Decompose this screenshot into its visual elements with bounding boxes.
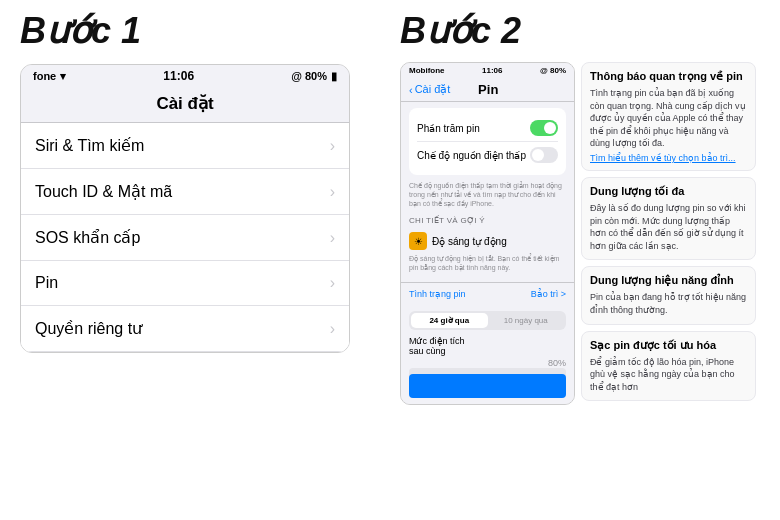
right-panels: Mobifone 11:06 @ 80% ‹ Cài đặt Pin Phần … (400, 62, 770, 405)
pin-row-lowpower: Chế độ nguồn điện thấp (417, 142, 558, 168)
info-title-4: Sạc pin được tối ưu hóa (590, 339, 747, 352)
status-bar-left: fone ▾ 11:06 @ 80% ▮ (21, 65, 349, 87)
brightness-icon: ☀ (409, 232, 427, 250)
left-section: Bước 1 fone ▾ 11:06 @ 80% ▮ Cài đặt Siri… (0, 0, 390, 520)
pin-sub-text: Chế độ nguồn điện thấp tạm thời giảm hoạ… (409, 181, 566, 208)
bottom-right-label[interactable]: Bảo trì > (531, 289, 566, 299)
graph-label-text2: sau cùng (409, 346, 446, 356)
carrier-text: fone (33, 70, 56, 82)
step2-title: Bước 2 (400, 10, 770, 52)
graph-bar (409, 368, 566, 398)
settings-list: Siri & Tìm kiếm › Touch ID & Mật mã › SO… (21, 123, 349, 352)
time-right: 11:06 (482, 66, 502, 75)
settings-item-pin[interactable]: Pin › (21, 261, 349, 306)
settings-item-sos[interactable]: SOS khẩn cấp › (21, 215, 349, 261)
settings-item-siri[interactable]: Siri & Tìm kiếm › (21, 123, 349, 169)
info-title-1: Thông báo quan trọng về pin (590, 70, 747, 83)
nav-bar-right: ‹ Cài đặt Pin (401, 78, 574, 102)
brightness-row: ☀ Độ sáng tự động (409, 228, 566, 254)
chevron-icon-sos: › (330, 229, 335, 247)
info-title-3: Dung lượng hiệu năng đỉnh (590, 274, 747, 287)
info-text-4: Để giảm tốc độ lão hóa pin, iPhone ghù v… (590, 356, 747, 394)
graph-tab-24h[interactable]: 24 giờ qua (411, 313, 488, 328)
nav-back-right[interactable]: ‹ Cài đặt (409, 83, 450, 96)
info-text-3: Pin của bạn đang hỗ trợ tốt hiệu năng đỉ… (590, 291, 747, 316)
wifi-icon: ▾ (60, 70, 66, 83)
pin-row-percent: Phần trăm pin (417, 115, 558, 142)
nav-back-label: Cài đặt (415, 83, 451, 96)
graph-tabs: 24 giờ qua 10 ngày qua (409, 311, 566, 330)
info-title-2: Dung lượng tối đa (590, 185, 747, 198)
nav-title-right: Pin (478, 82, 498, 97)
pin-percent-label: Phần trăm pin (417, 123, 480, 134)
info-text-2: Đây là số đo dung lượng pin so với khi p… (590, 202, 747, 252)
brightness-sub: Độ sáng tự động hiện bị tắt. Bạn có thể … (409, 254, 566, 272)
carrier-left: fone ▾ (33, 70, 66, 83)
graph-value: 80% (548, 358, 566, 368)
chevron-icon-touchid: › (330, 183, 335, 201)
right-section: Bước 2 Mobifone 11:06 @ 80% ‹ Cài đặt Pi… (390, 0, 780, 520)
chevron-icon-siri: › (330, 137, 335, 155)
settings-label-touchid: Touch ID & Mật mã (35, 182, 172, 201)
carrier-right: Mobifone (409, 66, 445, 75)
graph-label: Mức điện tích sau cùng (409, 336, 566, 356)
settings-title: Cài đặt (156, 94, 213, 113)
info-block-4: Sạc pin được tối ưu hóa Để giảm tốc độ l… (581, 331, 756, 402)
back-chevron-icon: ‹ (409, 84, 413, 96)
battery-text: @ 80% (291, 70, 327, 82)
info-text-1: Tình trạng pin của bạn đã bị xuống còn q… (590, 87, 747, 150)
toggle-lowpower[interactable] (530, 147, 558, 163)
info-block-2: Dung lượng tối đa Đây là số đo dung lượn… (581, 177, 756, 260)
settings-label-privacy: Quyền riêng tư (35, 319, 142, 338)
chevron-icon-pin: › (330, 274, 335, 292)
chevron-icon-privacy: › (330, 320, 335, 338)
iphone-mockup-left: fone ▾ 11:06 @ 80% ▮ Cài đặt Siri & Tìm … (20, 64, 350, 353)
brightness-label: Độ sáng tự động (432, 236, 507, 247)
graph-label-text: Mức điện tích (409, 336, 465, 346)
step1-title: Bước 1 (20, 10, 370, 52)
graph-section: 24 giờ qua 10 ngày qua Mức điện tích sau… (401, 305, 574, 404)
status-bar-right: Mobifone 11:06 @ 80% (401, 63, 574, 78)
settings-label-siri: Siri & Tìm kiếm (35, 136, 144, 155)
section-label: CHI TIẾT VÀ GỢI Ý (409, 212, 566, 228)
settings-label-pin: Pin (35, 274, 58, 292)
pin-content: Phần trăm pin Chế độ nguồn điện thấp Chế… (401, 102, 574, 282)
settings-label-sos: SOS khẩn cấp (35, 228, 140, 247)
toggle-percent[interactable] (530, 120, 558, 136)
graph-bar-fill (409, 374, 566, 398)
battery-right: @ 80% (540, 66, 566, 75)
info-panel: Thông báo quan trọng về pin Tình trạng p… (581, 62, 756, 405)
settings-item-touchid[interactable]: Touch ID & Mật mã › (21, 169, 349, 215)
info-block-3: Dung lượng hiệu năng đỉnh Pin của bạn đa… (581, 266, 756, 324)
time-left: 11:06 (163, 69, 194, 83)
pin-lowpower-label: Chế độ nguồn điện thấp (417, 150, 526, 161)
battery-left: @ 80% ▮ (291, 70, 337, 83)
phone-panel-right: Mobifone 11:06 @ 80% ‹ Cài đặt Pin Phần … (400, 62, 575, 405)
bottom-left-label[interactable]: Tình trạng pin (409, 289, 466, 299)
pin-rows: Phần trăm pin Chế độ nguồn điện thấp (409, 108, 566, 175)
info-block-1: Thông báo quan trọng về pin Tình trạng p… (581, 62, 756, 171)
battery-icon: ▮ (331, 70, 337, 83)
graph-tab-10d[interactable]: 10 ngày qua (488, 313, 565, 328)
info-link-1[interactable]: Tìm hiểu thêm về tùy chọn bảo trì... (590, 153, 747, 163)
settings-item-privacy[interactable]: Quyền riêng tư › (21, 306, 349, 352)
bottom-bar: Tình trạng pin Bảo trì > (401, 282, 574, 305)
settings-header: Cài đặt (21, 87, 349, 123)
